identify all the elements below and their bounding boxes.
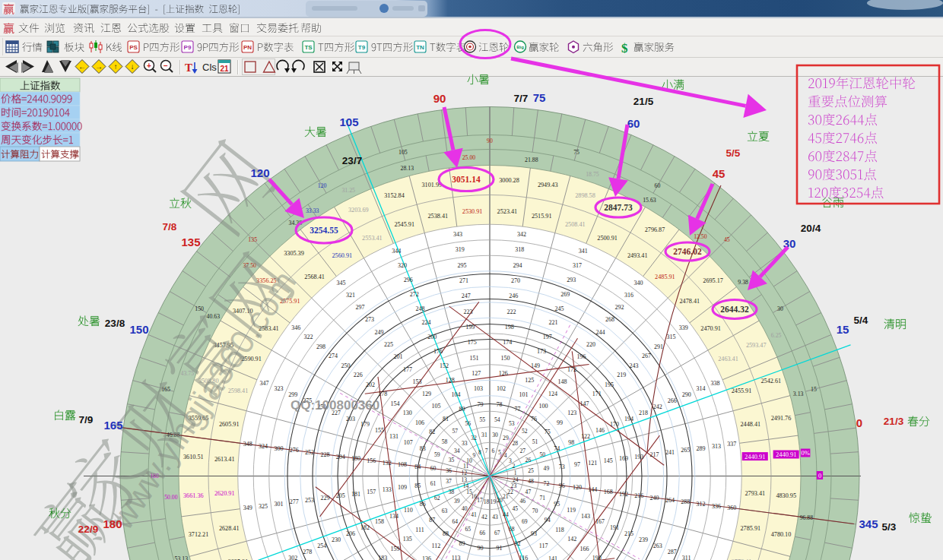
svg-text:165: 165	[103, 419, 122, 432]
svg-text:221: 221	[549, 319, 558, 326]
svg-text:249: 249	[375, 329, 384, 336]
svg-text:2898.58: 2898.58	[575, 192, 595, 199]
svg-text:7: 7	[485, 448, 488, 454]
svg-text:43.75: 43.75	[181, 370, 195, 377]
svg-text:247: 247	[462, 293, 471, 299]
svg-text:6: 6	[492, 448, 495, 454]
svg-text:85: 85	[414, 482, 421, 489]
svg-text:18: 18	[484, 498, 490, 505]
svg-text:120: 120	[250, 166, 269, 179]
svg-text:195: 195	[605, 381, 614, 388]
svg-text:243: 243	[630, 362, 639, 369]
svg-text:346: 346	[291, 324, 300, 331]
svg-text:342: 342	[517, 231, 526, 238]
svg-text:102: 102	[497, 385, 506, 392]
svg-text:TN: TN	[416, 44, 424, 51]
svg-text:112: 112	[432, 543, 441, 549]
svg-text:312: 312	[697, 501, 706, 508]
svg-text:179: 179	[360, 421, 370, 428]
svg-text:95: 95	[554, 501, 560, 508]
svg-text:105: 105	[339, 115, 358, 128]
svg-text:146: 146	[595, 427, 605, 434]
svg-text:66: 66	[479, 530, 485, 536]
svg-text:40.63: 40.63	[207, 313, 221, 320]
svg-text:118: 118	[555, 527, 564, 533]
svg-text:253: 253	[305, 497, 314, 504]
svg-text:23: 23	[511, 482, 517, 489]
svg-text:176: 176	[433, 348, 443, 355]
svg-text:58: 58	[442, 438, 448, 445]
svg-text:229: 229	[320, 495, 329, 501]
svg-text:→: →	[95, 62, 103, 71]
svg-text:45: 45	[724, 236, 730, 243]
svg-text:248: 248	[416, 305, 425, 312]
svg-text:65: 65	[465, 526, 472, 533]
svg-text:317: 317	[573, 262, 582, 269]
svg-text:125: 125	[525, 377, 534, 384]
svg-text:145: 145	[604, 457, 613, 464]
svg-text:288: 288	[681, 498, 690, 505]
svg-text:170: 170	[610, 421, 619, 428]
svg-text:110: 110	[404, 507, 413, 514]
svg-text:230: 230	[332, 536, 341, 543]
svg-text:38: 38	[449, 489, 455, 495]
svg-text:26: 26	[525, 457, 532, 464]
svg-text:278: 278	[303, 549, 312, 555]
svg-text:193: 193	[634, 454, 643, 460]
svg-text:218: 218	[639, 410, 648, 416]
svg-text:264: 264	[665, 497, 675, 504]
svg-text:15: 15	[811, 386, 817, 393]
svg-text:300: 300	[274, 445, 283, 452]
svg-text:2793.41: 2793.41	[745, 490, 765, 497]
svg-text:53.13: 53.13	[175, 555, 189, 560]
svg-text:2440.91: 2440.91	[776, 451, 797, 458]
svg-text:49: 49	[544, 465, 550, 472]
svg-text:204: 204	[336, 454, 345, 460]
svg-text:3.13: 3.13	[793, 391, 804, 397]
svg-text:152: 152	[440, 362, 449, 369]
svg-text:150: 150	[195, 305, 204, 312]
svg-text:37: 37	[446, 478, 452, 485]
svg-text:3000.28: 3000.28	[499, 177, 519, 184]
svg-text:220: 220	[586, 341, 595, 348]
svg-text:347: 347	[259, 380, 268, 387]
svg-text:302: 302	[288, 555, 297, 560]
svg-text:336: 336	[712, 503, 721, 510]
svg-text:PN: PN	[243, 44, 252, 51]
svg-text:299: 299	[288, 391, 297, 398]
svg-text:5: 5	[498, 449, 501, 456]
svg-text:↑: ↑	[114, 62, 118, 71]
svg-text:T9: T9	[358, 44, 366, 51]
svg-text:60: 60	[430, 465, 437, 472]
svg-text:93: 93	[531, 530, 537, 537]
svg-text:2523.41: 2523.41	[497, 208, 518, 215]
svg-text:44: 44	[503, 511, 509, 518]
svg-text:QQ:100800360: QQ:100800360	[291, 398, 379, 413]
svg-text:344: 344	[392, 248, 401, 255]
svg-text:100: 100	[539, 403, 548, 410]
svg-text:99: 99	[557, 419, 563, 426]
svg-text:0: 0	[856, 416, 862, 429]
svg-text:20/4: 20/4	[801, 223, 821, 234]
svg-text:192: 192	[619, 491, 628, 498]
svg-text:228: 228	[320, 451, 329, 458]
svg-text:297: 297	[356, 304, 365, 311]
svg-text:117: 117	[539, 543, 548, 549]
svg-text:90: 90	[478, 545, 484, 552]
svg-text:2746.02: 2746.02	[673, 247, 702, 256]
svg-text:178: 178	[378, 391, 387, 397]
svg-text:224: 224	[421, 319, 430, 326]
svg-text:83: 83	[420, 445, 426, 452]
svg-text:19: 19	[491, 498, 497, 505]
svg-text:268: 268	[605, 316, 614, 323]
svg-text:119: 119	[567, 507, 576, 514]
svg-text:7/9: 7/9	[79, 414, 94, 426]
svg-text:2530.91: 2530.91	[462, 208, 483, 215]
svg-text:9: 9	[472, 452, 475, 459]
svg-text:153: 153	[412, 378, 421, 385]
svg-text:205: 205	[336, 492, 345, 499]
svg-text:103: 103	[474, 385, 483, 392]
svg-text:124: 124	[548, 391, 557, 397]
svg-text:190: 190	[592, 555, 602, 560]
svg-text:3: 3	[509, 457, 512, 464]
